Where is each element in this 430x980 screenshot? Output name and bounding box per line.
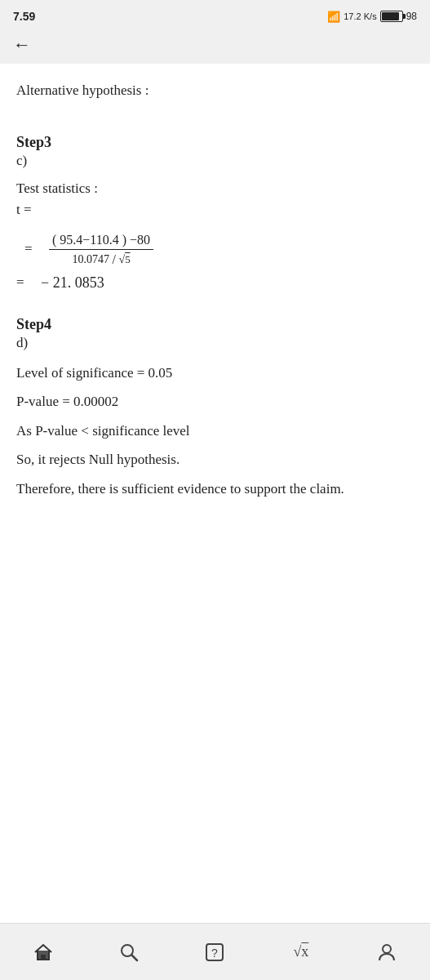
home-button[interactable]: [23, 932, 64, 973]
step3-label: Step3: [16, 134, 414, 151]
fraction: ( 95.4−110.4 ) −80 10.0747 / √5: [49, 233, 153, 266]
svg-point-5: [383, 945, 391, 953]
step4-sub: d): [16, 335, 414, 351]
svg-line-2: [132, 955, 138, 960]
svg-rect-0: [41, 955, 46, 960]
question-button[interactable]: ?: [194, 932, 235, 973]
header: ←: [0, 29, 430, 64]
back-button[interactable]: ←: [13, 36, 31, 54]
reject-line: So, it rejects Null hypothesis.: [16, 449, 414, 470]
user-button[interactable]: [366, 932, 407, 973]
sqrt-button[interactable]: √x: [281, 932, 321, 973]
step3-sub: c): [16, 153, 414, 169]
test-stat-label: Test statistics :: [16, 180, 414, 197]
result-row: = − 21. 0853: [16, 274, 414, 292]
time-display: 7.59: [13, 10, 35, 23]
equals-sign-1: =: [24, 241, 39, 257]
equals-sign-2: =: [16, 274, 31, 291]
step4-section: Step4 d) Level of significance = 0.05 P-…: [16, 316, 414, 500]
formula-block: = ( 95.4−110.4 ) −80 10.0747 / √5: [24, 233, 414, 266]
step4-label: Step4: [16, 316, 414, 333]
bottom-nav: ? √x: [0, 923, 430, 980]
fraction-numerator: ( 95.4−110.4 ) −80: [49, 233, 153, 250]
battery-percent: 98: [406, 11, 417, 22]
conclusion-line: Therefore, there is sufficient evidence …: [16, 479, 414, 500]
network-icons: 📶: [327, 11, 340, 23]
significance-line: Level of significance = 0.05: [16, 363, 414, 384]
t-equals-label: t =: [16, 202, 414, 218]
battery-indicator: [380, 11, 403, 22]
status-right: 📶 17.2 K/s 98: [327, 11, 417, 23]
alt-hypothesis-text: Alternative hypothesis :: [16, 80, 414, 101]
status-bar: 7.59 📶 17.2 K/s 98: [0, 0, 430, 29]
fraction-denominator: 10.0747 / √5: [72, 250, 130, 266]
step3-section: Step3 c) Test statistics : t = = ( 95.4−…: [16, 134, 414, 292]
formula-row: = ( 95.4−110.4 ) −80 10.0747 / √5: [24, 233, 414, 266]
pvalue-line: P-value = 0.00002: [16, 391, 414, 412]
search-button[interactable]: [109, 932, 149, 973]
speed-display: 17.2 K/s: [344, 11, 376, 21]
result-value: − 21. 0853: [41, 274, 104, 292]
svg-text:?: ?: [212, 947, 219, 960]
comparison-line: As P-value < significance level: [16, 421, 414, 442]
main-content: Alternative hypothesis : Step3 c) Test s…: [0, 64, 430, 923]
